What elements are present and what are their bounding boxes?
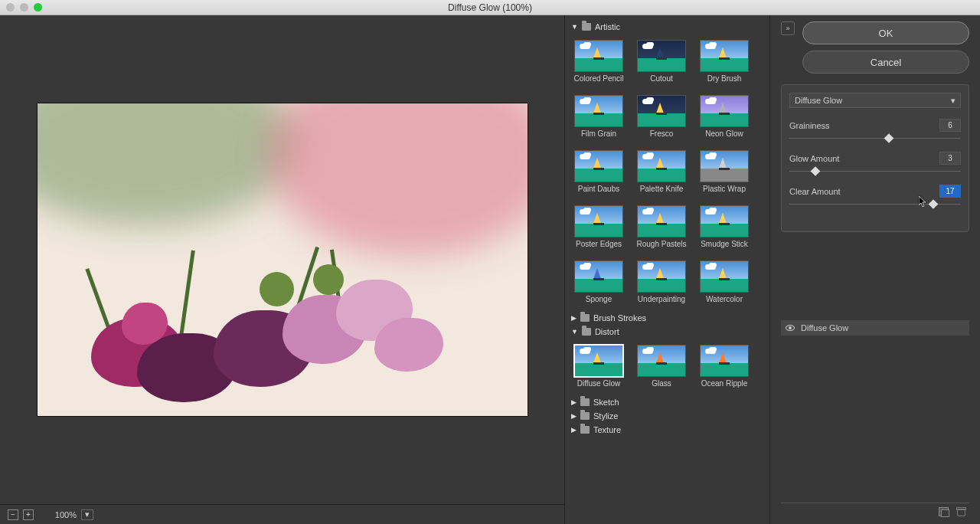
filter-select-dropdown[interactable]: Diffuse Glow <box>789 93 961 108</box>
thumb-label: Underpainting <box>638 295 685 303</box>
filter-thumb-palette-knife[interactable]: Palette Knife <box>637 150 686 193</box>
category-header-distort[interactable]: ▼Distort <box>568 325 766 339</box>
disclosure-triangle-icon: ▶ <box>571 412 577 420</box>
param-graininess: Graininess6 <box>789 119 961 142</box>
category-label: Artistic <box>595 22 620 31</box>
thumb-label: Palette Knife <box>640 185 684 193</box>
window-title: Diffuse Glow (100%) <box>0 2 980 13</box>
filter-thumb-fresco[interactable]: Fresco <box>637 95 686 138</box>
delete-effect-layer-icon[interactable] <box>956 507 966 516</box>
filter-thumb-ocean-ripple[interactable]: Ocean Ripple <box>700 345 749 388</box>
effect-layer-row[interactable]: Diffuse Glow <box>781 320 969 336</box>
folder-icon <box>580 426 590 434</box>
folder-icon <box>580 314 590 322</box>
preview-image[interactable] <box>38 103 528 416</box>
thumb-label: Smudge Stick <box>701 240 748 248</box>
filter-thumb-dry-brush[interactable]: Dry Brush <box>700 40 749 83</box>
folder-icon <box>580 412 590 420</box>
param-value-input[interactable]: 6 <box>939 119 961 132</box>
param-slider[interactable] <box>789 201 961 208</box>
filter-thumb-plastic-wrap[interactable]: Plastic Wrap <box>700 150 749 193</box>
folder-icon <box>582 23 591 31</box>
filter-thumb-diffuse-glow[interactable]: Diffuse Glow <box>574 345 623 388</box>
zoom-out-button[interactable]: − <box>8 509 18 520</box>
thumb-label: Glass <box>652 379 671 388</box>
category-header-texture[interactable]: ▶Texture <box>568 423 766 437</box>
disclosure-triangle-icon: ▼ <box>571 23 578 31</box>
category-label: Brush Strokes <box>593 313 646 323</box>
minimize-window-button[interactable] <box>20 3 28 11</box>
category-header-sketch[interactable]: ▶Sketch <box>568 395 766 409</box>
thumb-label: Paint Daubs <box>578 185 619 193</box>
preview-pane: − + ▾ <box>0 15 565 524</box>
filter-thumb-smudge-stick[interactable]: Smudge Stick <box>700 205 749 248</box>
filter-thumb-rough-pastels[interactable]: Rough Pastels <box>637 205 686 248</box>
disclosure-triangle-icon: ▶ <box>571 398 577 406</box>
category-label: Texture <box>593 425 621 434</box>
folder-icon <box>580 398 590 406</box>
folder-icon <box>582 328 591 336</box>
thumb-label: Colored Pencil <box>573 74 623 83</box>
cancel-button[interactable]: Cancel <box>802 51 969 74</box>
category-label: Stylize <box>593 411 618 421</box>
param-slider[interactable] <box>789 168 961 175</box>
filter-thumb-sponge[interactable]: Sponge <box>574 260 623 303</box>
thumb-label: Watercolor <box>706 295 743 303</box>
param-slider[interactable] <box>789 135 961 142</box>
ok-button[interactable]: OK <box>802 21 969 44</box>
disclosure-triangle-icon: ▼ <box>571 328 578 336</box>
filter-thumb-poster-edges[interactable]: Poster Edges <box>574 205 623 248</box>
category-header-stylize[interactable]: ▶Stylize <box>568 409 766 423</box>
thumb-label: Plastic Wrap <box>703 185 746 193</box>
visibility-eye-icon[interactable] <box>786 325 795 331</box>
param-value-input[interactable]: 17 <box>939 185 961 198</box>
filter-select-value: Diffuse Glow <box>795 96 842 105</box>
titlebar: Diffuse Glow (100%) <box>0 0 980 15</box>
filter-thumb-neon-glow[interactable]: Neon Glow <box>700 95 749 138</box>
category-header-artistic[interactable]: ▼Artistic <box>568 20 766 34</box>
filter-gallery: ▼ArtisticColored PencilCutoutDry BrushFi… <box>565 15 770 524</box>
category-header-brush-strokes[interactable]: ▶Brush Strokes <box>568 311 766 325</box>
collapse-gallery-button[interactable]: » <box>781 21 795 35</box>
disclosure-triangle-icon: ▶ <box>571 426 577 434</box>
zoom-window-button[interactable] <box>34 3 42 11</box>
param-label: Graininess <box>789 121 830 130</box>
thumb-label: Cutout <box>650 74 672 83</box>
param-glow-amount: Glow Amount3 <box>789 152 961 175</box>
thumb-label: Rough Pastels <box>636 240 686 248</box>
category-label: Distort <box>595 327 619 336</box>
thumb-label: Poster Edges <box>576 240 622 248</box>
filter-thumb-watercolor[interactable]: Watercolor <box>700 260 749 303</box>
param-label: Glow Amount <box>789 154 839 163</box>
thumb-label: Dry Brush <box>707 74 741 83</box>
filter-thumb-film-grain[interactable]: Film Grain <box>574 95 623 138</box>
filter-thumb-paint-daubs[interactable]: Paint Daubs <box>574 150 623 193</box>
close-window-button[interactable] <box>6 3 15 11</box>
zoom-in-button[interactable]: + <box>23 509 34 520</box>
filter-thumb-colored-pencil[interactable]: Colored Pencil <box>574 40 623 83</box>
filter-thumb-cutout[interactable]: Cutout <box>637 40 686 83</box>
new-effect-layer-icon[interactable] <box>939 507 949 516</box>
zoom-level-input[interactable] <box>43 510 77 519</box>
param-label: Clear Amount <box>789 187 841 196</box>
effect-layers: Diffuse Glow <box>781 320 969 503</box>
thumb-label: Neon Glow <box>705 129 743 138</box>
slider-handle-icon[interactable] <box>810 166 820 176</box>
thumb-label: Diffuse Glow <box>577 379 621 388</box>
zoom-dropdown[interactable]: ▾ <box>81 509 93 520</box>
slider-handle-icon[interactable] <box>929 199 939 209</box>
preview-footer: − + ▾ <box>0 504 564 524</box>
controls-pane: » OK Cancel Diffuse Glow Graininess6Glow… <box>770 15 980 524</box>
param-value-input[interactable]: 3 <box>939 152 961 165</box>
thumb-label: Ocean Ripple <box>701 379 748 388</box>
window-controls <box>6 3 42 11</box>
slider-handle-icon[interactable] <box>884 133 894 143</box>
layer-name: Diffuse Glow <box>801 323 848 332</box>
category-label: Sketch <box>593 398 619 407</box>
disclosure-triangle-icon: ▶ <box>571 314 577 322</box>
thumb-label: Fresco <box>650 129 674 138</box>
thumb-label: Sponge <box>586 295 612 303</box>
filter-settings-panel: Diffuse Glow Graininess6Glow Amount3Clea… <box>781 84 969 232</box>
filter-thumb-underpainting[interactable]: Underpainting <box>637 260 686 303</box>
filter-thumb-glass[interactable]: Glass <box>637 345 686 388</box>
